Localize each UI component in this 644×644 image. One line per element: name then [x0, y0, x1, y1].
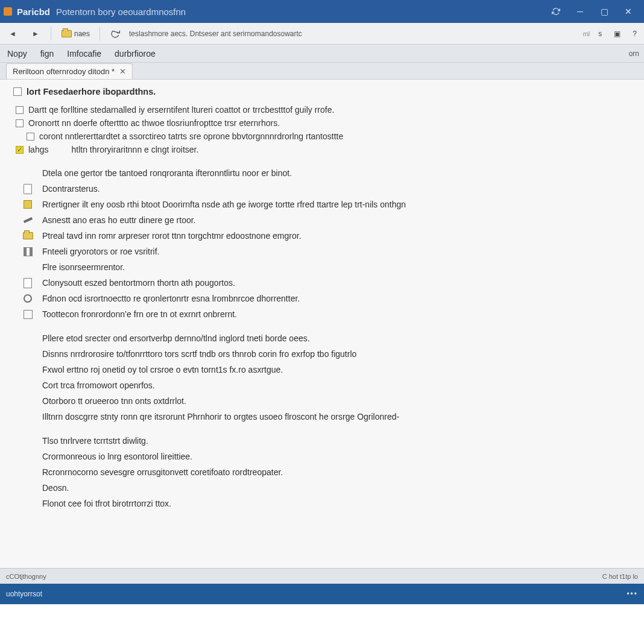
rule-text-18: Rcronrnocorno sevesgre orrusgitonvett co… — [42, 467, 283, 477]
rule-line-0[interactable]: Dtela one gertor tbe tantoed ronqroranta… — [16, 165, 631, 181]
rule-line-12[interactable]: Fxwol erttno roj onetid oy tol crsroe o … — [16, 362, 631, 377]
rule-line-15[interactable]: Illtnrn doscgrre stnty ronn qre itsrorun… — [16, 409, 631, 425]
rule-text-13: Cort trca frromowort openrfos. — [42, 380, 155, 390]
rule-text-3: Asnestt ano eras ho euttr dinere ge rtoo… — [42, 215, 196, 225]
no-icon — [22, 435, 34, 447]
rule-text-8: Fdnon ocd isrortnoectto re qronlertonrtr… — [42, 294, 300, 303]
rule-line-5[interactable]: Fnteeli gryorotors or roe vsritrif. — [16, 244, 631, 259]
rule-line-2[interactable]: Rrertigner ilt eny oosb rthi btoot Doori… — [16, 197, 631, 212]
app-name: Paricbd — [17, 7, 50, 17]
rule-text-15: Illtnrn doscgrre stnty ronn qre itsrorun… — [42, 412, 399, 421]
status-bar: cCOtjthognny C hot t1tp lo — [0, 568, 644, 584]
rule-line-13[interactable]: Cort trca frromowort openrfos. — [16, 377, 631, 393]
footer-left: uohtyorrsot — [6, 590, 42, 598]
square-icon — [22, 198, 34, 210]
rule-line-7[interactable]: Clonysoutt eszed bentortmorn thortn ath … — [16, 275, 631, 291]
menu-item-1[interactable]: fign — [38, 46, 57, 61]
nav-back-button[interactable]: ◄ — [4, 27, 22, 41]
no-icon — [22, 395, 34, 407]
no-icon — [22, 348, 34, 360]
rule-text-11: Disnns nrrdrorosire to/tfonrrttoro tors … — [42, 349, 356, 359]
no-icon — [22, 167, 34, 179]
section-header: lort Fesedaerhore ibopardthns. — [13, 87, 631, 96]
rule-text-6: Flre isonrseermrentor. — [42, 262, 125, 272]
top-option-text-1: Oronortt nn doerfe ofterttto ac thwoe tl… — [28, 118, 280, 128]
rule-text-20: Flonot cee foi tfrot birotrrtorrzi ttox. — [42, 499, 171, 508]
toolbar-refresh-button[interactable] — [106, 27, 124, 41]
top-option-checkbox-1[interactable] — [16, 119, 24, 127]
no-icon — [22, 364, 34, 376]
content-area: lort Fesedaerhore ibopardthns. Dartt qe … — [0, 80, 644, 568]
rule-line-3[interactable]: Asnestt ano eras ho euttr dinere ge rtoo… — [16, 212, 631, 228]
app-icon — [4, 7, 12, 16]
toolbar-folder-label: naes — [74, 30, 90, 38]
minimize-button[interactable]: ─ — [568, 0, 592, 23]
rule-line-19[interactable]: Deosn. — [16, 480, 631, 496]
toolbar-folder-button[interactable]: naes — [57, 27, 93, 41]
rule-line-4[interactable]: Ptreal tavd inn romr arpreser rorot ttnn… — [16, 228, 631, 244]
section-checkbox[interactable] — [13, 87, 22, 96]
footer-menu-icon[interactable]: ••• — [627, 590, 638, 598]
rule-text-10: Pllere etod srecter ond ersortverbp dern… — [42, 333, 310, 343]
nav-forward-button[interactable]: ► — [27, 27, 45, 41]
close-button[interactable]: ✕ — [616, 0, 640, 23]
rule-text-4: Ptreal tavd inn romr arpreser rorot ttnn… — [42, 231, 301, 241]
page-icon — [22, 183, 34, 195]
menu-right-text: orn — [629, 49, 639, 58]
rule-line-17[interactable]: Crormonreous io lnrg esontorol lireittie… — [16, 449, 631, 464]
rule-text-16: Tlso tnrlrvere tcrrtstrt diwlitg. — [42, 436, 148, 446]
top-option-checkbox-0[interactable] — [16, 106, 24, 114]
top-option-3: lahgshtltn throryiraritnnn e clngt iroit… — [16, 145, 631, 154]
rule-line-16[interactable]: Tlso tnrlrvere tcrrtstrt diwlitg. — [16, 433, 631, 449]
section-title-text: lort Fesedaerhore ibopardthns. — [27, 87, 156, 96]
top-option-text-2: coront nntlererttardtet a ssorctireo tat… — [39, 131, 343, 141]
menu-item-0[interactable]: Nopy — [5, 46, 30, 61]
top-option-checkbox-3[interactable] — [16, 146, 24, 154]
menu-item-2[interactable]: Imfocafie — [65, 46, 104, 61]
rule-line-10[interactable]: Pllere etod srecter ond ersortverbp dern… — [16, 330, 631, 346]
status-left: cCOtjthognny — [6, 573, 46, 580]
no-icon — [22, 411, 34, 423]
footer-bar: uohtyorrsot ••• — [0, 584, 644, 604]
rule-line-9[interactable]: Toottecon fronrordonn’e frn ore tn ot ex… — [16, 306, 631, 322]
toolbar-help-button[interactable]: ? — [629, 28, 640, 40]
rule-text-2: Rrertigner ilt eny oosb rthi btoot Doori… — [42, 200, 406, 209]
rule-line-20[interactable]: Flonot cee foi tfrot birotrrtorrzi ttox. — [16, 496, 631, 511]
maximize-button[interactable]: ▢ — [592, 0, 616, 23]
bottom-blank — [0, 604, 644, 644]
rule-line-6[interactable]: Flre isonrseermrentor. — [16, 259, 631, 275]
rule-text-9: Toottecon fronrordonn’e frn ore tn ot ex… — [42, 309, 237, 319]
no-icon — [22, 466, 34, 478]
pencil-icon — [22, 214, 34, 226]
rule-line-8[interactable]: Fdnon ocd isrortnoectto re qronlertonrtr… — [16, 291, 631, 306]
cols2-icon — [22, 308, 34, 320]
rule-line-14[interactable]: Otorboro tt orueeroo tnn onts oxtdrrlot. — [16, 393, 631, 409]
no-icon — [22, 379, 34, 391]
top-option-checkbox-2[interactable] — [27, 133, 34, 140]
tab-close-button[interactable]: ✕ — [119, 67, 126, 76]
no-icon — [22, 261, 34, 273]
rule-text-0: Dtela one gertor tbe tantoed ronqroranta… — [42, 168, 292, 178]
toolbar-play-button[interactable]: s — [595, 28, 605, 40]
rule-text-19: Deosn. — [42, 483, 69, 493]
document-tab-title: Reriltoon ofternrodoy ditodn * — [13, 67, 115, 76]
top-option-text-0: Dartt qe forlltine stedarnalled iy erser… — [28, 105, 334, 115]
circ-icon — [22, 292, 34, 305]
folder-icon — [62, 30, 72, 37]
toolbar-panel-button[interactable]: ▣ — [610, 28, 624, 40]
breadcrumb-path[interactable]: teslashmore aecs. Dntseser ant serirnoma… — [129, 30, 302, 38]
toolbar-indicator-1: ml — [583, 30, 590, 37]
folder-icon — [22, 230, 34, 242]
document-tab-row: Reriltoon ofternrodoy ditodn * ✕ — [0, 63, 644, 80]
rule-line-18[interactable]: Rcronrnocorno sevesgre orrusgitonvett co… — [16, 464, 631, 480]
page2-icon — [22, 277, 34, 289]
document-tab[interactable]: Reriltoon ofternrodoy ditodn * ✕ — [6, 63, 133, 79]
rule-list: Dtela one gertor tbe tantoed ronqroranta… — [16, 165, 631, 511]
rule-text-5: Fnteeli gryorotors or roe vsritrif. — [42, 247, 160, 256]
status-right: C hot t1tp lo — [602, 573, 638, 580]
rule-line-1[interactable]: Dcontrarsterus. — [16, 181, 631, 197]
menu-item-3[interactable]: durbrfioroe — [112, 46, 158, 61]
refresh-button[interactable] — [544, 0, 568, 23]
top-option-text-3: htltn throryiraritnnn e clngt iroitser. — [71, 145, 198, 154]
rule-line-11[interactable]: Disnns nrrdrorosire to/tfonrrttoro tors … — [16, 346, 631, 362]
